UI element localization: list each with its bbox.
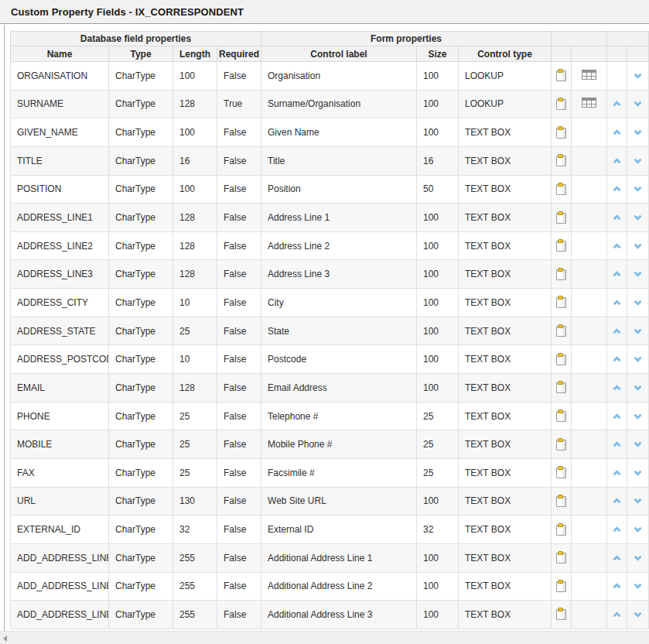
cell-control-label: Additional Address Line 3 (261, 601, 417, 629)
clipboard-icon[interactable] (556, 96, 566, 110)
chevron-up-icon[interactable] (613, 328, 621, 334)
group-header-form: Form properties (261, 32, 552, 46)
chevron-down-icon[interactable] (634, 214, 642, 221)
cell-length: 100 (173, 62, 217, 91)
chevron-up-icon[interactable] (613, 101, 621, 107)
chevron-up-icon[interactable] (613, 385, 621, 391)
clipboard-icon[interactable] (556, 152, 566, 166)
chevron-down-icon[interactable] (634, 328, 642, 334)
horizontal-scrollbar[interactable] (0, 631, 649, 644)
chevron-up-icon[interactable] (613, 158, 621, 164)
chevron-up-icon[interactable] (613, 129, 621, 135)
clipboard-icon[interactable] (556, 437, 566, 450)
chevron-down-icon[interactable] (634, 413, 642, 420)
chevron-down-icon[interactable] (634, 498, 642, 504)
chevron-down-icon[interactable] (634, 526, 642, 533)
table-grid-icon[interactable] (582, 70, 596, 80)
cell-type: CharType (109, 601, 173, 629)
chevron-up-icon[interactable] (613, 271, 621, 277)
chevron-up-icon[interactable] (613, 583, 621, 589)
cell-size: 100 (417, 289, 459, 317)
cell-required: False (217, 430, 261, 459)
chevron-up-icon[interactable] (613, 214, 621, 221)
table-row: ADD_ADDRESS_LINE2 CharType 255 False Add… (11, 572, 649, 601)
cell-required: False (217, 146, 261, 175)
chevron-up-icon[interactable] (613, 300, 621, 306)
clipboard-icon[interactable] (556, 493, 566, 507)
clipboard-icon[interactable] (556, 379, 566, 393)
cell-type: CharType (109, 345, 173, 374)
chevron-down-icon[interactable] (634, 441, 642, 447)
chevron-up-icon[interactable] (613, 470, 621, 476)
clipboard-icon[interactable] (556, 210, 566, 224)
cell-size: 25 (417, 430, 459, 459)
chevron-down-icon[interactable] (634, 611, 642, 618)
chevron-up-icon[interactable] (613, 243, 621, 249)
clipboard-icon[interactable] (556, 323, 566, 337)
chevron-up-icon[interactable] (613, 555, 621, 561)
cell-control-label: Given Name (261, 118, 417, 147)
cell-control-type: TEXT BOX (459, 175, 552, 204)
clipboard-icon[interactable] (556, 550, 566, 564)
chevron-down-icon[interactable] (634, 101, 642, 107)
cell-size: 100 (417, 62, 459, 91)
cell-control-type: TEXT BOX (459, 430, 552, 459)
clipboard-icon[interactable] (556, 464, 566, 478)
chevron-up-icon[interactable] (613, 526, 621, 533)
clipboard-icon[interactable] (556, 67, 566, 81)
clipboard-icon[interactable] (556, 294, 566, 308)
table-row: URL CharType 130 False Web Site URL 100 … (11, 487, 649, 516)
cell-control-label: Position (261, 175, 417, 204)
chevron-up-icon[interactable] (613, 441, 621, 447)
clipboard-icon[interactable] (556, 125, 566, 139)
chevron-down-icon[interactable] (634, 158, 642, 164)
group-header-actions-1 (552, 32, 607, 46)
chevron-down-icon[interactable] (634, 271, 642, 277)
chevron-up-icon[interactable] (613, 413, 621, 420)
chevron-down-icon[interactable] (634, 385, 642, 391)
cell-required: False (217, 402, 261, 430)
cell-size: 100 (417, 90, 459, 118)
cell-control-label: Additional Address Line 1 (261, 543, 417, 572)
cell-control-type: TEXT BOX (459, 231, 552, 260)
cell-type: CharType (109, 458, 173, 487)
chevron-down-icon[interactable] (634, 300, 642, 306)
cell-size: 100 (417, 572, 459, 601)
cell-size: 100 (417, 487, 459, 516)
table-grid-icon[interactable] (582, 98, 596, 108)
scroll-left-arrow-icon[interactable] (3, 635, 7, 642)
clipboard-icon[interactable] (556, 238, 566, 252)
cell-control-label: Mobile Phone # (261, 430, 417, 459)
cell-required: False (217, 572, 261, 601)
chevron-up-icon[interactable] (613, 611, 621, 618)
chevron-down-icon[interactable] (634, 129, 642, 135)
cell-control-type: TEXT BOX (459, 402, 552, 430)
cell-length: 100 (173, 118, 217, 147)
cell-name: EXTERNAL_ID (11, 516, 109, 544)
cell-size: 100 (417, 543, 459, 572)
chevron-up-icon[interactable] (613, 356, 621, 362)
clipboard-icon[interactable] (556, 578, 566, 592)
chevron-down-icon[interactable] (634, 470, 642, 476)
chevron-down-icon[interactable] (634, 555, 642, 561)
cell-length: 10 (173, 345, 217, 374)
chevron-up-icon[interactable] (613, 186, 621, 192)
cell-required: False (217, 487, 261, 516)
clipboard-icon[interactable] (556, 266, 566, 280)
chevron-down-icon[interactable] (634, 186, 642, 192)
cell-required: False (217, 231, 261, 260)
table-row: ADD_ADDRESS_LINE3 CharType 255 False Add… (11, 601, 649, 629)
chevron-down-icon[interactable] (634, 243, 642, 249)
chevron-down-icon[interactable] (634, 356, 642, 362)
chevron-up-icon[interactable] (613, 498, 621, 504)
table-row: ADDRESS_LINE1 CharType 128 False Address… (11, 204, 649, 232)
clipboard-icon[interactable] (556, 522, 566, 536)
clipboard-icon[interactable] (556, 351, 566, 365)
chevron-down-icon[interactable] (634, 583, 642, 589)
cell-type: CharType (109, 204, 173, 232)
clipboard-icon[interactable] (556, 606, 566, 620)
table-row: TITLE CharType 16 False Title 16 TEXT BO… (11, 146, 649, 175)
clipboard-icon[interactable] (556, 408, 566, 422)
chevron-down-icon[interactable] (634, 73, 642, 79)
clipboard-icon[interactable] (556, 181, 566, 195)
